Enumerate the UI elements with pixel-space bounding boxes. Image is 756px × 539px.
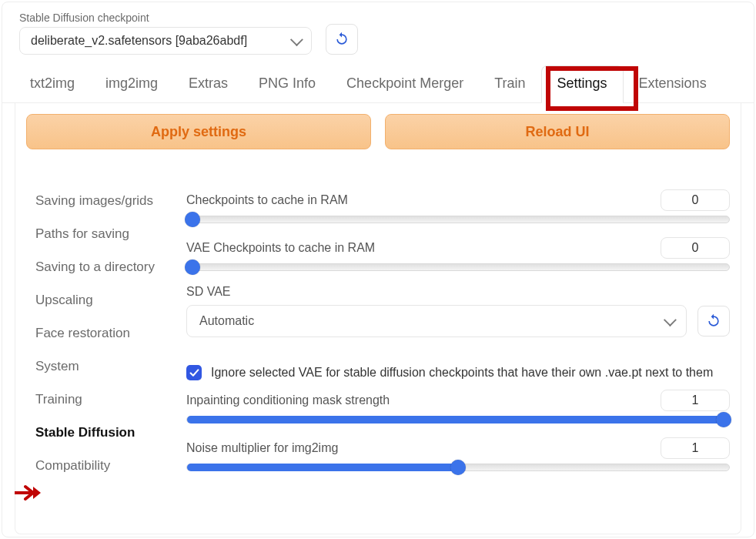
refresh-icon — [334, 32, 350, 47]
tab-img2img[interactable]: img2img — [90, 66, 173, 102]
slider-thumb[interactable] — [185, 259, 200, 275]
sidebar-item-upscaling[interactable]: Upscaling — [35, 292, 163, 310]
tab-extras[interactable]: Extras — [173, 66, 243, 102]
tab-checkpoint-merger[interactable]: Checkpoint Merger — [331, 66, 479, 102]
sd-vae-label: SD VAE — [186, 285, 730, 299]
inpaint-mask-value[interactable]: 1 — [661, 390, 730, 411]
checkpoint-dropdown[interactable]: deliberate_v2.safetensors [9aba26abdf] — [19, 27, 312, 55]
ignore-vae-checkbox[interactable] — [186, 365, 202, 380]
noise-mult-value[interactable]: 1 — [661, 437, 730, 459]
vae-cache-slider[interactable] — [186, 263, 730, 271]
chevron-down-icon — [664, 313, 677, 326]
ignore-vae-label: Ignore selected VAE for stable diffusion… — [211, 366, 713, 380]
vae-cache-value[interactable]: 0 — [661, 237, 730, 259]
sidebar-item-system[interactable]: System — [35, 358, 163, 376]
tab-pnginfo[interactable]: PNG Info — [243, 66, 331, 102]
slider-thumb[interactable] — [185, 212, 200, 227]
checkpoint-value: deliberate_v2.safetensors [9aba26abdf] — [31, 34, 247, 48]
sidebar-item-stable-diffusion[interactable]: Stable Diffusion — [35, 424, 163, 442]
ckpt-cache-value[interactable]: 0 — [661, 189, 730, 211]
sidebar-item-face-restoration[interactable]: Face restoration — [35, 325, 163, 343]
main-tabs: txt2img img2img Extras PNG Info Checkpoi… — [2, 65, 754, 103]
ckpt-cache-slider[interactable] — [186, 216, 730, 223]
sd-vae-dropdown[interactable]: Automatic — [186, 305, 687, 337]
slider-thumb[interactable] — [716, 412, 731, 427]
sidebar-item-paths[interactable]: Paths for saving — [35, 226, 163, 243]
vae-cache-label: VAE Checkpoints to cache in RAM — [186, 241, 375, 255]
apply-settings-button[interactable]: Apply settings — [26, 114, 371, 149]
tab-extensions[interactable]: Extensions — [624, 66, 722, 102]
checkpoint-label: Stable Diffusion checkpoint — [19, 12, 312, 24]
chevron-down-icon — [290, 33, 303, 46]
tab-train[interactable]: Train — [479, 66, 540, 102]
refresh-icon — [706, 313, 721, 329]
settings-side-nav: Saving images/grids Paths for saving Sav… — [26, 189, 163, 485]
refresh-checkpoint-button[interactable] — [326, 24, 358, 55]
noise-mult-slider[interactable] — [186, 464, 730, 471]
sd-vae-value: Automatic — [199, 314, 254, 328]
tab-txt2img[interactable]: txt2img — [15, 66, 90, 102]
noise-mult-label: Noise multiplier for img2img — [186, 441, 338, 455]
sidebar-item-saving-images[interactable]: Saving images/grids — [35, 192, 163, 210]
annotation-arrow-icon — [15, 484, 41, 501]
tab-settings[interactable]: Settings — [541, 65, 624, 103]
inpaint-mask-slider[interactable] — [186, 416, 730, 424]
sidebar-item-training[interactable]: Training — [35, 391, 163, 409]
sidebar-item-saving-dir[interactable]: Saving to a directory — [35, 259, 163, 276]
refresh-vae-button[interactable] — [697, 306, 730, 336]
sidebar-item-compatibility[interactable]: Compatibility — [35, 457, 163, 475]
check-icon — [189, 368, 199, 378]
slider-thumb[interactable] — [450, 460, 466, 475]
reload-ui-button[interactable]: Reload UI — [385, 114, 730, 149]
ckpt-cache-label: Checkpoints to cache in RAM — [186, 193, 348, 207]
inpaint-mask-label: Inpainting conditioning mask strength — [186, 393, 390, 407]
